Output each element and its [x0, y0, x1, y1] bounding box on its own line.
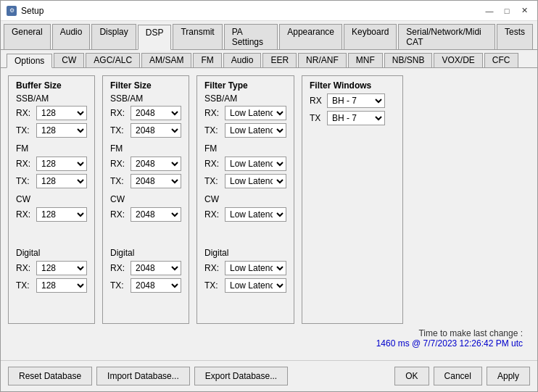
- subtab-am-sam[interactable]: AM/SAM: [141, 53, 191, 67]
- filter-type-panel: Filter Type SSB/AM RX: Low LatencyLinear…: [196, 75, 294, 324]
- filter-windows-tx-select[interactable]: BH - 7BlackmanHanningHamming: [327, 111, 385, 125]
- filtersize-ssbam-tx-row: TX: 204851210244096: [110, 123, 181, 138]
- buffer-ssbam-rx-select[interactable]: 12864256512: [36, 106, 87, 120]
- filtertype-digital-tx-select[interactable]: Low LatencyLinear PhaseHybrid: [225, 278, 286, 293]
- buffer-digital-tx-label: TX:: [16, 280, 33, 291]
- filtersize-cw-rx-row: RX: 204851210244096: [110, 207, 181, 222]
- reset-database-button[interactable]: Reset Database: [8, 367, 92, 385]
- setup-window: ⚙ Setup — □ ✕ General Audio Display DSP …: [0, 0, 538, 392]
- filtersize-fm-tx-label: TX:: [110, 176, 128, 186]
- filtertype-ssbam-rx-select[interactable]: Low LatencyLinear PhaseHybrid: [225, 106, 286, 120]
- filtersize-ssbam-rx-select[interactable]: 204851210244096: [131, 106, 181, 120]
- filtertype-fm-tx-row: TX: Low LatencyLinear PhaseHybrid: [204, 174, 286, 188]
- filter-windows-rx-select[interactable]: BH - 7BlackmanHanningHamming: [327, 93, 385, 108]
- bottom-bar: Reset Database Import Database... Export…: [1, 360, 537, 391]
- filtertype-fm-rx-row: RX: Low LatencyLinear PhaseHybrid: [204, 157, 286, 171]
- subtab-cfc[interactable]: CFC: [484, 53, 518, 67]
- subtab-nb-snb[interactable]: NB/SNB: [384, 53, 433, 67]
- subtab-cw[interactable]: CW: [54, 53, 84, 67]
- filtertype-digital-rx-select[interactable]: Low LatencyLinear PhaseHybrid: [225, 261, 286, 275]
- filtersize-digital-rx-label: RX:: [110, 263, 128, 273]
- tab-appearance[interactable]: Appearance: [279, 24, 342, 49]
- subtab-fm[interactable]: FM: [193, 53, 221, 67]
- tab-transmit[interactable]: Transmit: [173, 24, 222, 49]
- filtertype-digital-rx-row: RX: Low LatencyLinear PhaseHybrid: [204, 261, 286, 275]
- subtab-nr-anf[interactable]: NR/ANF: [298, 53, 347, 67]
- buffer-ssbam-rx-row: RX: 12864256512: [16, 106, 87, 120]
- title-bar: ⚙ Setup — □ ✕: [1, 1, 537, 21]
- title-bar-left: ⚙ Setup: [7, 6, 44, 16]
- filtertype-ssbam-tx-select[interactable]: Low LatencyLinear PhaseHybrid: [225, 123, 286, 138]
- window-title: Setup: [21, 6, 44, 16]
- buffer-size-panel: Buffer Size SSB/AM RX: 12864256512 TX: 1…: [8, 75, 95, 324]
- filter-windows-panel: Filter Windows RX BH - 7BlackmanHanningH…: [302, 75, 403, 324]
- filtersize-fm-rx-select[interactable]: 204851210244096: [131, 157, 181, 171]
- buffer-digital-tx-row: TX: 12864256512: [16, 278, 87, 293]
- subtab-vox-de[interactable]: VOX/DE: [434, 53, 482, 67]
- filtersize-digital-tx-row: TX: 204851210244096: [110, 278, 181, 293]
- tab-tests[interactable]: Tests: [497, 24, 533, 49]
- filter-size-title: Filter Size: [110, 80, 181, 91]
- filtertype-cw-rx-select[interactable]: Low LatencyLinear PhaseHybrid: [225, 207, 286, 222]
- filtersize-ssbam-tx-label: TX:: [110, 125, 128, 135]
- buffer-digital-label: Digital: [16, 248, 87, 258]
- buffer-fm-rx-label: RX:: [16, 159, 33, 169]
- buffer-fm-tx-row: TX: 12864256512: [16, 174, 87, 188]
- filtersize-cw-rx-select[interactable]: 204851210244096: [131, 207, 181, 222]
- cancel-button[interactable]: Cancel: [434, 367, 482, 385]
- apply-button[interactable]: Apply: [487, 367, 530, 385]
- export-database-button[interactable]: Export Database...: [194, 367, 288, 385]
- tab-serial-network[interactable]: Serial/Network/Midi CAT: [398, 24, 495, 49]
- buffer-fm-rx-select[interactable]: 12864256512: [36, 157, 87, 171]
- buffer-digital-tx-select[interactable]: 12864256512: [36, 278, 87, 293]
- buffer-cw-rx-select[interactable]: 12864256512: [36, 207, 87, 222]
- filtersize-digital-label: Digital: [110, 248, 181, 258]
- subtab-agc-alc[interactable]: AGC/ALC: [86, 53, 140, 67]
- filtertype-digital-label: Digital: [204, 248, 286, 258]
- filtersize-digital-tx-select[interactable]: 204851210244096: [131, 278, 181, 293]
- status-area: Time to make last change : 1460 ms @ 7/7…: [8, 324, 530, 353]
- subtab-audio[interactable]: Audio: [223, 53, 262, 67]
- filtersize-ssbam-tx-select[interactable]: 204851210244096: [131, 123, 181, 138]
- subtab-options[interactable]: Options: [7, 54, 52, 68]
- subtab-mnf[interactable]: MNF: [348, 53, 383, 67]
- main-tabs: General Audio Display DSP Transmit PA Se…: [1, 21, 537, 50]
- filter-windows-tx-label: TX: [310, 113, 324, 123]
- buffer-ssbam-tx-select[interactable]: 12864256512: [36, 123, 87, 138]
- filtertype-fm-rx-select[interactable]: Low LatencyLinear PhaseHybrid: [225, 157, 286, 171]
- filtersize-fm-tx-select[interactable]: 204851210244096: [131, 174, 181, 188]
- filtersize-fm-tx-row: TX: 204851210244096: [110, 174, 181, 188]
- tab-display[interactable]: Display: [91, 24, 136, 49]
- filtertype-fm-tx-select[interactable]: Low LatencyLinear PhaseHybrid: [225, 174, 286, 188]
- maximize-button[interactable]: □: [500, 5, 514, 17]
- filtertype-fm-rx-label: RX:: [204, 159, 222, 169]
- filtertype-ssbam-tx-label: TX:: [204, 125, 222, 135]
- filter-size-panel: Filter Size SSB/AM RX: 204851210244096 T…: [102, 75, 189, 324]
- tab-audio[interactable]: Audio: [52, 24, 91, 49]
- subtab-eer[interactable]: EER: [262, 53, 297, 67]
- buffer-fm-label: FM: [16, 143, 87, 154]
- buffer-cw-rx-row: RX: 12864256512: [16, 207, 87, 222]
- close-button[interactable]: ✕: [517, 5, 531, 17]
- filter-windows-tx-row: TX BH - 7BlackmanHanningHamming: [310, 111, 395, 125]
- tab-general[interactable]: General: [4, 24, 51, 49]
- content-area: Buffer Size SSB/AM RX: 12864256512 TX: 1…: [1, 68, 537, 360]
- filtertype-cw-label: CW: [204, 194, 286, 204]
- filtertype-digital-rx-label: RX:: [204, 263, 222, 273]
- filtersize-digital-rx-select[interactable]: 204851210244096: [131, 261, 181, 275]
- buffer-digital-rx-row: RX: 12864256512: [16, 261, 87, 275]
- minimize-button[interactable]: —: [482, 5, 497, 17]
- tab-pa-settings[interactable]: PA Settings: [224, 24, 278, 49]
- ok-button[interactable]: OK: [394, 367, 429, 385]
- buffer-digital-rx-select[interactable]: 12864256512: [36, 261, 87, 275]
- filtertype-ssbam-rx-label: RX:: [204, 108, 222, 118]
- filtertype-digital-tx-label: TX:: [204, 280, 222, 291]
- buffer-fm-tx-select[interactable]: 12864256512: [36, 174, 87, 188]
- buffer-ssbam-label: SSB/AM: [16, 93, 87, 104]
- filter-type-title: Filter Type: [204, 80, 286, 91]
- tab-keyboard[interactable]: Keyboard: [344, 24, 397, 49]
- app-icon: ⚙: [7, 6, 17, 16]
- tab-dsp[interactable]: DSP: [138, 25, 172, 50]
- buffer-fm-rx-row: RX: 12864256512: [16, 157, 87, 171]
- import-database-button[interactable]: Import Database...: [96, 367, 190, 385]
